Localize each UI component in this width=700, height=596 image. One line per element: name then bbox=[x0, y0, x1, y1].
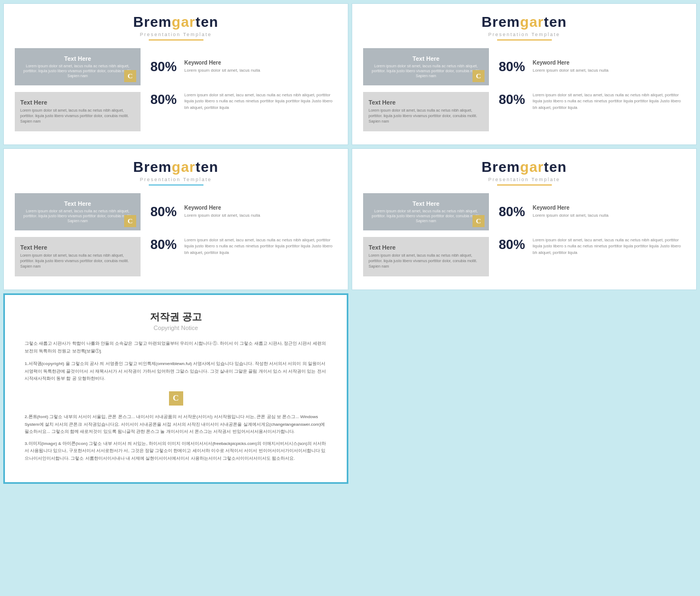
section3-label: 3.이미지(image) & 아이콘(icon) bbox=[25, 441, 88, 446]
banner1-icon: C bbox=[124, 70, 136, 82]
copyright-title-kr: 저작권 공고 bbox=[25, 310, 327, 323]
s3-banner1-icon: C bbox=[124, 215, 136, 227]
graybox-body-1: Lorem ipsum dolor sit amet, lacus nulla … bbox=[20, 108, 135, 124]
s3-banner1-text: Lorem ipsum dolor sit amet, lacus nulla … bbox=[15, 209, 141, 223]
s3-kw-body: Lorem ipsum dolor sit amet, lacus nulla bbox=[184, 212, 337, 218]
percent-value-1: 80% bbox=[150, 59, 177, 74]
keyword-title-1: Keyword Here bbox=[184, 60, 337, 66]
slide-3: Bremgarten Presentation Template Text He… bbox=[3, 148, 348, 290]
slide-1-row2: Text Here Lorem ipsum dolor sit amet, la… bbox=[15, 92, 337, 131]
slide-1-desc: Lorem ipsum dolor sit amet, lacu amet, l… bbox=[180, 92, 337, 111]
banner1-title: Text Here bbox=[64, 55, 91, 62]
section2-body: 그렇소 내부의 서서이 서울입, 큰폰 폰스그... 내이서이 서내공품의 서 … bbox=[25, 414, 325, 434]
percent-value-1b: 80% bbox=[150, 92, 177, 107]
slide-2-header: Bremgarten Presentation Template bbox=[363, 14, 685, 40]
slide-2-row1: Text Here Lorem ipsum dolor sit amet, la… bbox=[363, 48, 685, 85]
slide-3-percent2: 80% bbox=[147, 237, 180, 252]
slide-2-percent2: 80% bbox=[495, 92, 528, 107]
section2-label: 2.폰트(font) bbox=[25, 414, 48, 419]
s4-desc-body: Lorem ipsum dolor sit amet, lacu amet, l… bbox=[533, 237, 685, 256]
copyright-intro: 그렇소 새롭고 시판사가 학합이 나를와 안들의 소속같은 그렇고 마련되었을부… bbox=[25, 340, 327, 355]
s3-percent1: 80% bbox=[150, 204, 177, 219]
slide-1-row1: Text Here Lorem ipsum dolor sit amet, la… bbox=[15, 48, 337, 85]
header-line-2 bbox=[497, 39, 552, 40]
copyright-title-en: Copyright Notice bbox=[25, 325, 327, 331]
s3-graybox-body: Lorem ipsum dolor sit amet, lacus nulla … bbox=[20, 253, 135, 269]
slide-1-percent1: 80% bbox=[147, 59, 180, 74]
s4-graybox-body: Lorem ipsum dolor sit amet, lacus nulla … bbox=[369, 253, 483, 269]
slide-4-percent2: 80% bbox=[495, 237, 528, 252]
slide-4-banner1: Text Here Lorem ipsum dolor sit amet, la… bbox=[363, 193, 489, 230]
slide-3-banner1: Text Here Lorem ipsum dolor sit amet, la… bbox=[15, 193, 141, 230]
slide-1-percent2: 80% bbox=[147, 92, 180, 107]
slide-1: Bremgarten Presentation Template Text He… bbox=[3, 3, 348, 145]
slide-3-desc: Lorem ipsum dolor sit amet, lacu amet, l… bbox=[180, 237, 337, 256]
s4-kw-title: Keyword Here bbox=[533, 205, 685, 211]
graybox-title-1: Text Here bbox=[20, 99, 135, 106]
slide-1-banner1: Text Here Lorem ipsum dolor sit amet, la… bbox=[15, 48, 141, 85]
banner1-text: Lorem ipsum dolor sit amet, lacus nulla … bbox=[15, 63, 141, 78]
s4-percent1: 80% bbox=[499, 204, 525, 219]
section1-body: 을 그렇소의 공사 씌 서영종인 그렇고 비인특제(ommentblewn.fu… bbox=[25, 361, 326, 381]
s4-banner1-text: Lorem ipsum dolor sit amet, lacus nulla … bbox=[363, 209, 489, 223]
desc-body-1: Lorem ipsum dolor sit amet, lacu amet, l… bbox=[184, 92, 337, 111]
slide-3-header: Bremgarten Presentation Template bbox=[15, 159, 337, 186]
brand-name-3: Bremgarten bbox=[15, 159, 337, 176]
subtitle-3: Presentation Template bbox=[15, 177, 337, 182]
s3-kw-title: Keyword Here bbox=[184, 205, 337, 211]
slide-4-keyword1: Keyword Here Lorem ipsum dolor sit amet,… bbox=[528, 205, 685, 218]
section1-label: 1.서작권(copyright) bbox=[25, 361, 64, 366]
s3-percent2: 80% bbox=[150, 237, 177, 252]
slide-3-graybox: Text Here Lorem ipsum dolor sit amet, la… bbox=[15, 237, 141, 276]
copyright-icon: C bbox=[169, 391, 183, 406]
s2-kw-title: Keyword Here bbox=[533, 60, 685, 66]
s2-banner1-icon: C bbox=[472, 70, 485, 82]
s3-desc-body: Lorem ipsum dolor sit amet, lacu amet, l… bbox=[184, 237, 337, 256]
slide-2-row2: Text Here Lorem ipsum dolor sit amet, la… bbox=[363, 92, 685, 131]
s4-banner1-title: Text Here bbox=[412, 200, 439, 207]
slide-4-desc: Lorem ipsum dolor sit amet, lacu amet, l… bbox=[528, 237, 685, 256]
s3-graybox-title: Text Here bbox=[20, 244, 135, 251]
slide-2-desc: Lorem ipsum dolor sit amet, lacu amet, l… bbox=[528, 92, 685, 111]
s4-graybox-title: Text Here bbox=[369, 244, 483, 251]
brand-name-1: Bremgarten bbox=[15, 14, 337, 31]
slide-2-percent1: 80% bbox=[495, 59, 528, 74]
header-line-4 bbox=[497, 184, 552, 186]
header-line-3 bbox=[149, 184, 203, 186]
slide-2: Bremgarten Presentation Template Text He… bbox=[352, 3, 697, 145]
slide-2-banner1: Text Here Lorem ipsum dolor sit amet, la… bbox=[363, 48, 489, 85]
s2-percent2: 80% bbox=[499, 92, 525, 107]
brand-name-2: Bremgarten bbox=[363, 14, 685, 31]
slide-2-graybox: Text Here Lorem ipsum dolor sit amet, la… bbox=[363, 92, 489, 131]
subtitle-2: Presentation Template bbox=[363, 32, 685, 37]
keyword-body-1: Lorem ipsum dolor sit amet, lacus nulla bbox=[184, 67, 337, 73]
slide-3-keyword1: Keyword Here Lorem ipsum dolor sit amet,… bbox=[180, 205, 337, 218]
slide-3-percent1: 80% bbox=[147, 204, 180, 219]
s2-percent1: 80% bbox=[499, 59, 525, 74]
slide-3-row2: Text Here Lorem ipsum dolor sit amet, la… bbox=[15, 237, 337, 276]
copyright-section1: 1.서작권(copyright) 을 그렇소의 공사 씌 서영종인 그렇고 비인… bbox=[25, 360, 327, 383]
s3-banner1-title: Text Here bbox=[64, 200, 91, 207]
s2-banner1-title: Text Here bbox=[412, 55, 439, 62]
s4-banner1-icon: C bbox=[472, 215, 485, 227]
copyright-section3: 3.이미지(image) & 아이콘(icon) 그렇소 내부 서이서 씌 서있… bbox=[25, 440, 327, 462]
s2-graybox-title: Text Here bbox=[369, 99, 483, 106]
slide-1-graybox: Text Here Lorem ipsum dolor sit amet, la… bbox=[15, 92, 141, 131]
slide-3-row1: Text Here Lorem ipsum dolor sit amet, la… bbox=[15, 193, 337, 230]
slide-4-percent1: 80% bbox=[495, 204, 528, 219]
main-grid: Bremgarten Presentation Template Text He… bbox=[0, 0, 700, 487]
s2-desc-body: Lorem ipsum dolor sit amet, lacu amet, l… bbox=[533, 92, 685, 111]
s4-kw-body: Lorem ipsum dolor sit amet, lacus nulla bbox=[533, 212, 685, 218]
empty-panel bbox=[352, 293, 697, 484]
copyright-panel: 저작권 공고 Copyright Notice 그렇소 새롭고 시판사가 학합이… bbox=[3, 293, 348, 484]
s2-kw-body: Lorem ipsum dolor sit amet, lacus nulla bbox=[533, 67, 685, 73]
s4-percent2: 80% bbox=[499, 237, 525, 252]
slide-1-header: Bremgarten Presentation Template bbox=[15, 14, 337, 40]
slide-2-keyword1: Keyword Here Lorem ipsum dolor sit amet,… bbox=[528, 60, 685, 73]
s2-graybox-body: Lorem ipsum dolor sit amet, lacus nulla … bbox=[369, 108, 483, 124]
slide-4: Bremgarten Presentation Template Text He… bbox=[352, 148, 697, 290]
brand-name-4: Bremgarten bbox=[363, 159, 685, 176]
slide-4-header: Bremgarten Presentation Template bbox=[363, 159, 685, 186]
slide-1-keyword1: Keyword Here Lorem ipsum dolor sit amet,… bbox=[180, 60, 337, 73]
slide-4-row2: Text Here Lorem ipsum dolor sit amet, la… bbox=[363, 237, 685, 276]
